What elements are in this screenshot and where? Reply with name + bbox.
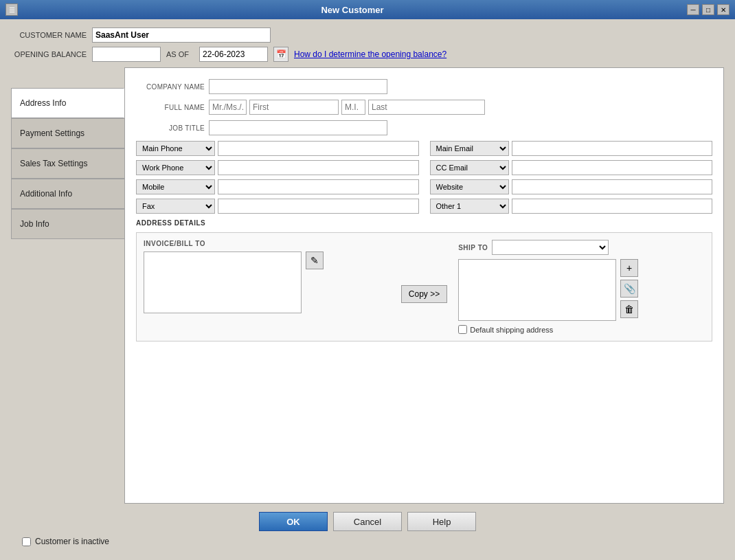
ship-attach-button[interactable]: 📎: [620, 280, 638, 298]
cc-email-dropdown-wrapper: CC Email Main Email Website Other 1: [430, 160, 509, 175]
address-section-title: ADDRESS DETAILS: [136, 219, 712, 227]
ship-field-row: + 📎 🗑: [458, 259, 705, 321]
ship-side-buttons: + 📎 🗑: [620, 259, 638, 318]
phone-field-mobile: Mobile Main Phone Work Phone Fax: [136, 179, 419, 194]
help-button[interactable]: Help: [407, 512, 476, 531]
header-fields: CUSTOMER NAME OPENING BALANCE AS OF 📅 Ho…: [11, 27, 724, 62]
sidebar-label-payment-settings: Payment Settings: [20, 128, 84, 138]
main-email-select[interactable]: Main Email CC Email Website Other 1: [430, 141, 509, 156]
work-phone-select[interactable]: Work Phone Main Phone Mobile Fax: [136, 160, 215, 175]
full-name-label: FULL NAME: [136, 104, 205, 111]
window-icon: ☰: [5, 3, 18, 16]
copy-button[interactable]: Copy >>: [401, 285, 447, 303]
phone-field-main: Main Phone Work Phone Mobile Fax Other P…: [136, 141, 419, 156]
other1-field: Other 1 Main Email CC Email Website: [430, 199, 713, 214]
maximize-button[interactable]: □: [702, 4, 714, 15]
email-field-cc: CC Email Main Email Website Other 1: [430, 160, 713, 175]
mobile-select[interactable]: Mobile Main Phone Work Phone Fax: [136, 179, 215, 194]
footer: OK Cancel Help: [11, 504, 724, 537]
sidebar-label-job-info: Job Info: [20, 219, 49, 229]
title-bar: ☰ New Customer ─ □ ✕: [0, 0, 735, 19]
main-content: CUSTOMER NAME OPENING BALANCE AS OF 📅 Ho…: [0, 19, 735, 560]
phone-field-work: Work Phone Main Phone Mobile Fax: [136, 160, 419, 175]
calendar-button[interactable]: 📅: [273, 47, 289, 62]
full-name-row: FULL NAME: [136, 100, 712, 115]
inactive-label: Customer is inactive: [35, 537, 109, 546]
name-mi-input[interactable]: [341, 100, 365, 115]
fax-input[interactable]: [218, 199, 419, 214]
address-section: ADDRESS DETAILS INVOICE/BILL TO ✎: [136, 219, 712, 341]
cancel-button[interactable]: Cancel: [333, 512, 402, 531]
other1-input[interactable]: [512, 199, 713, 214]
ship-textarea[interactable]: [458, 259, 616, 321]
body-area: Address Info Payment Settings Sales Tax …: [11, 67, 724, 504]
sidebar-item-additional-info[interactable]: Additional Info: [11, 179, 124, 209]
inactive-checkbox[interactable]: [22, 537, 31, 546]
name-first-input[interactable]: [249, 100, 339, 115]
website-dropdown-wrapper: Website Main Email CC Email Other 1: [430, 179, 509, 194]
ship-col: SHIP TO + 📎: [458, 240, 705, 334]
sidebar-item-address-info[interactable]: Address Info: [11, 88, 124, 118]
customer-name-input[interactable]: [92, 27, 271, 43]
opening-balance-input[interactable]: [92, 47, 161, 62]
job-title-input[interactable]: [209, 120, 387, 135]
date-input[interactable]: [199, 47, 268, 62]
other1-select[interactable]: Other 1 Main Email CC Email Website: [430, 199, 509, 214]
sidebar-item-payment-settings[interactable]: Payment Settings: [11, 118, 124, 148]
customer-name-label: CUSTOMER NAME: [11, 31, 87, 39]
help-link[interactable]: How do I determine the opening balance?: [294, 49, 446, 59]
company-name-input[interactable]: [209, 79, 387, 94]
default-shipping-label: Default shipping address: [470, 326, 553, 334]
address-grid: INVOICE/BILL TO ✎ Copy >>: [136, 232, 712, 341]
main-phone-dropdown-wrapper: Main Phone Work Phone Mobile Fax Other P…: [136, 141, 215, 156]
fax-select[interactable]: Fax Main Phone Work Phone Mobile: [136, 199, 215, 214]
mobile-dropdown-wrapper: Mobile Main Phone Work Phone Fax: [136, 179, 215, 194]
main-email-input[interactable]: [512, 141, 713, 156]
website-input[interactable]: [512, 179, 713, 194]
job-title-row: JOB TITLE: [136, 120, 712, 135]
invoice-col: INVOICE/BILL TO ✎: [144, 240, 390, 334]
company-name-row: COMPANY NAME: [136, 79, 712, 94]
job-title-label: JOB TITLE: [136, 124, 205, 132]
customer-name-row: CUSTOMER NAME: [11, 27, 724, 43]
fax-dropdown-wrapper: Fax Main Phone Work Phone Mobile: [136, 199, 215, 214]
mobile-input[interactable]: [218, 179, 419, 194]
opening-balance-label: OPENING BALANCE: [11, 50, 87, 58]
minimize-button[interactable]: ─: [687, 4, 699, 15]
default-shipping-checkbox[interactable]: [458, 325, 467, 334]
ship-delete-button[interactable]: 🗑: [620, 300, 638, 318]
website-select[interactable]: Website Main Email CC Email Other 1: [430, 179, 509, 194]
name-prefix-input[interactable]: [209, 100, 247, 115]
phone-email-grid: Main Phone Work Phone Mobile Fax Other P…: [136, 141, 712, 214]
website-field: Website Main Email CC Email Other 1: [430, 179, 713, 194]
ok-button[interactable]: OK: [259, 512, 328, 531]
form-panel: COMPANY NAME FULL NAME JOB TITLE: [124, 67, 724, 504]
name-last-input[interactable]: [368, 100, 485, 115]
sidebar-label-address-info: Address Info: [20, 98, 66, 108]
sidebar-item-job-info[interactable]: Job Info: [11, 209, 124, 239]
sidebar-label-sales-tax: Sales Tax Settings: [20, 159, 88, 168]
ship-add-button[interactable]: +: [620, 259, 638, 277]
opening-balance-row: OPENING BALANCE AS OF 📅 How do I determi…: [11, 47, 724, 62]
window-controls: ─ □ ✕: [687, 4, 730, 15]
invoice-field-row: ✎: [144, 251, 390, 313]
name-fields: [209, 100, 485, 115]
invoice-textarea[interactable]: [144, 251, 302, 313]
email-field-main: Main Email CC Email Website Other 1: [430, 141, 713, 156]
ship-to-select[interactable]: [492, 240, 609, 255]
work-phone-dropdown-wrapper: Work Phone Main Phone Mobile Fax: [136, 160, 215, 175]
close-button[interactable]: ✕: [717, 4, 730, 15]
work-phone-input[interactable]: [218, 160, 419, 175]
main-phone-select[interactable]: Main Phone Work Phone Mobile Fax Other P…: [136, 141, 215, 156]
address-columns: INVOICE/BILL TO ✎ Copy >>: [144, 240, 705, 334]
invoice-edit-button[interactable]: ✎: [306, 251, 324, 269]
ship-to-header: SHIP TO: [458, 240, 705, 255]
copy-col: Copy >>: [401, 240, 447, 334]
cc-email-select[interactable]: CC Email Main Email Website Other 1: [430, 160, 509, 175]
sidebar: Address Info Payment Settings Sales Tax …: [11, 67, 124, 504]
cc-email-input[interactable]: [512, 160, 713, 175]
sidebar-item-sales-tax-settings[interactable]: Sales Tax Settings: [11, 148, 124, 179]
main-window: ☰ New Customer ─ □ ✕ CUSTOMER NAME OPENI…: [0, 0, 735, 560]
as-of-label: AS OF: [166, 50, 194, 58]
main-phone-input[interactable]: [218, 141, 419, 156]
